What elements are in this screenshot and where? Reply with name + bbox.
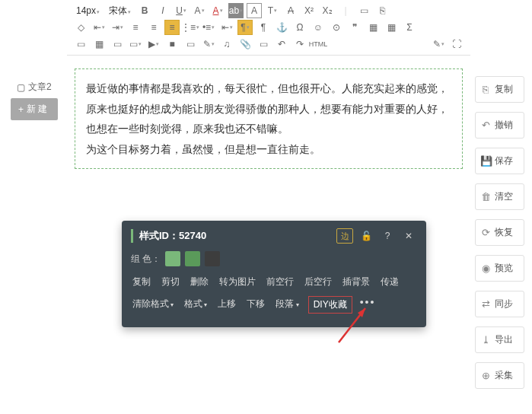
font-size-select[interactable]: 14px [73,5,103,16]
action-delete[interactable]: 删除 [189,274,210,290]
edit-mode-icon[interactable]: ✎ [431,37,446,52]
font-color-button[interactable]: A [210,3,225,18]
clear-button[interactable]: 🗑清空 [475,183,524,210]
action-move-down[interactable]: 下移 [245,296,266,314]
action-move-up[interactable]: 上移 [216,296,237,314]
undo-icon: ↶ [480,119,491,131]
gallery-icon[interactable]: ▭ [110,37,125,52]
indent-left-icon[interactable]: ⇤ [91,20,107,35]
new-label: 新 建 [27,103,47,116]
superscript-button[interactable]: X² [301,3,317,18]
align-left-icon[interactable]: ≡ [128,20,143,35]
trash-icon: 🗑 [480,191,491,202]
new-button[interactable]: + 新 建 [11,98,58,120]
preview-button[interactable]: ◉预览 [475,255,524,282]
export-button[interactable]: ⤓导出 [475,326,524,353]
undo-button[interactable]: ↶撤销 [475,112,524,139]
align-justify-icon[interactable]: ≡ [164,20,180,35]
smiley-icon[interactable]: ☺ [311,20,326,35]
ul-icon[interactable]: •≡ [201,20,216,35]
action-cut[interactable]: 剪切 [160,274,181,290]
images-icon[interactable]: ▦ [91,37,107,52]
sync-icon: ⇄ [480,298,491,310]
action-transfer[interactable]: 传递 [379,274,400,290]
editor-area[interactable]: 最近做的事情都是我喜欢的，每天很忙，但也很开心。人能充实起来的感觉，原来也挺好的… [75,68,463,169]
brush-icon[interactable]: ✎ [201,37,216,52]
action-row-2: 清除格式 格式 上移 下移 段落 DIY收藏 ••• [131,296,417,314]
action-insert-bg[interactable]: 插背景 [341,274,371,290]
text-a-button[interactable]: A [247,3,262,18]
attach-icon[interactable]: 📎 [237,37,253,52]
camera-icon[interactable]: ■ [164,37,180,52]
color-swatch-2[interactable] [185,251,200,266]
left-sidebar: ▢ 文章2 + 新 建 [11,76,68,120]
direction-icon[interactable]: ¶ [237,20,253,35]
copy-button[interactable]: ⎘复制 [475,76,524,103]
help-icon[interactable]: ? [379,228,396,244]
indent-right-icon[interactable]: ⇥ [110,20,125,35]
page-icon[interactable]: ▭ [356,3,371,18]
highlight-button[interactable]: ab [228,3,244,18]
close-icon[interactable]: ✕ [400,228,417,244]
layout-icon[interactable]: ▭ [128,37,143,52]
expand-icon[interactable]: ⛶ [449,37,464,52]
grid-icon[interactable]: ▦ [384,20,399,35]
music-icon[interactable]: ♫ [219,37,234,52]
bg-color-button[interactable]: A [192,3,207,18]
sigma-icon[interactable]: Σ [402,20,417,35]
copy-icon[interactable]: ⎘ [374,3,390,18]
export-icon: ⤓ [480,334,491,346]
font-family-select[interactable]: 宋体 [106,5,134,18]
action-diy-favorite[interactable]: DIY收藏 [308,296,352,314]
action-to-image[interactable]: 转为图片 [218,274,257,290]
action-more[interactable]: ••• [360,296,376,314]
paragraph-1: 最近做的事情都是我喜欢的，每天很忙，但也很开心。人能充实起来的感觉，原来也挺好的… [86,78,451,139]
border-button[interactable]: 边 [336,228,353,244]
save-icon: 💾 [480,155,491,167]
film-icon[interactable]: ▭ [183,37,198,52]
clear-format-button[interactable]: A [283,3,298,18]
bold-button[interactable]: B [137,3,152,18]
ol-icon[interactable]: ⋮≡ [183,20,198,35]
restore-button[interactable]: ⟳恢复 [475,219,524,246]
document-tab[interactable]: ▢ 文章2 [11,76,68,98]
eraser-icon[interactable]: ◇ [73,20,88,35]
underline-button[interactable]: U [174,3,189,18]
document-icon: ▢ [17,82,25,93]
action-paragraph[interactable]: 段落 [274,296,300,314]
action-blank-after[interactable]: 后空行 [303,274,333,290]
text-content-box[interactable]: 最近做的事情都是我喜欢的，每天很忙，但也很开心。人能充实起来的感觉，原来也挺好的… [75,68,463,169]
sep-icon: | [338,3,353,18]
sync-button[interactable]: ⇄同步 [475,291,524,317]
color-swatch-3[interactable] [205,251,220,266]
text-t-button[interactable]: T [265,3,280,18]
pilcrow-icon[interactable]: ¶ [256,20,271,35]
align-center-icon[interactable]: ≡ [146,20,161,35]
search-icon[interactable]: ⊙ [329,20,344,35]
plus-icon: + [18,104,24,115]
quote-icon[interactable]: ❞ [347,20,362,35]
video-icon[interactable]: ▶ [146,37,161,52]
color-group-label: 组 色： [131,253,161,266]
code-icon[interactable]: ▭ [256,37,271,52]
copy-icon: ⎘ [480,84,491,95]
save-button[interactable]: 💾保存 [475,148,524,174]
outdent-icon[interactable]: ⇤ [219,20,234,35]
lock-icon[interactable]: 🔓 [358,228,374,244]
table-icon[interactable]: ▦ [365,20,381,35]
collect-button[interactable]: ⊕采集 [475,362,524,389]
omega-icon[interactable]: Ω [292,20,307,35]
html-button[interactable]: HTML [311,37,326,52]
color-swatch-1[interactable] [165,251,180,266]
action-format[interactable]: 格式 [183,296,209,314]
italic-button[interactable]: I [155,3,170,18]
action-row-1: 复制 剪切 删除 转为图片 前空行 后空行 插背景 传递 [131,274,417,290]
redo-icon[interactable]: ↷ [292,37,307,52]
link-icon[interactable]: ⚓ [274,20,289,35]
action-copy[interactable]: 复制 [131,274,152,290]
action-blank-before[interactable]: 前空行 [265,274,295,290]
undo-icon[interactable]: ↶ [274,37,289,52]
subscript-button[interactable]: X₂ [320,3,335,18]
action-clear-format[interactable]: 清除格式 [131,296,175,314]
image-icon[interactable]: ▭ [73,37,88,52]
